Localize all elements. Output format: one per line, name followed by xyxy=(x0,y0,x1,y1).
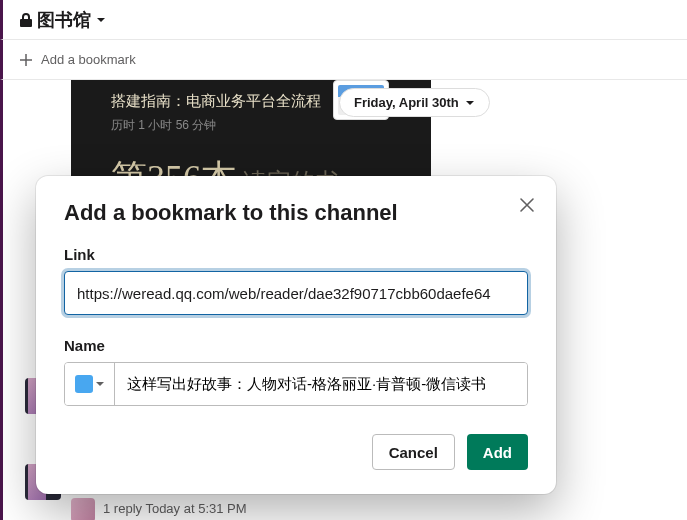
add-button[interactable]: Add xyxy=(467,434,528,470)
icon-picker[interactable] xyxy=(65,363,115,405)
name-input-row xyxy=(64,362,528,406)
name-label: Name xyxy=(64,337,528,354)
add-bookmark-label: Add a bookmark xyxy=(41,52,136,67)
bookmark-bar[interactable]: Add a bookmark xyxy=(0,40,687,80)
date-divider-pill[interactable]: Friday, April 30th xyxy=(339,88,490,117)
channel-name[interactable]: 图书馆 xyxy=(37,8,91,32)
chevron-down-icon xyxy=(96,380,104,388)
modal-title: Add a bookmark to this channel xyxy=(64,200,528,226)
name-input[interactable] xyxy=(115,363,527,405)
reply-summary[interactable]: 1 reply Today at 5:31 PM xyxy=(103,501,247,516)
chevron-down-icon xyxy=(465,98,475,108)
chevron-down-icon[interactable] xyxy=(95,14,107,26)
link-label: Link xyxy=(64,246,528,263)
cancel-button[interactable]: Cancel xyxy=(372,434,455,470)
bookmark-icon-chip xyxy=(75,375,93,393)
close-icon[interactable] xyxy=(518,196,536,214)
avatar[interactable] xyxy=(71,498,95,520)
link-input[interactable] xyxy=(64,271,528,315)
add-bookmark-modal: Add a bookmark to this channel Link Name… xyxy=(36,176,556,494)
plus-icon xyxy=(19,53,33,67)
date-label: Friday, April 30th xyxy=(354,95,459,110)
lock-icon xyxy=(19,12,33,28)
modal-footer: Cancel Add xyxy=(64,434,528,470)
channel-header: 图书馆 xyxy=(0,0,687,40)
